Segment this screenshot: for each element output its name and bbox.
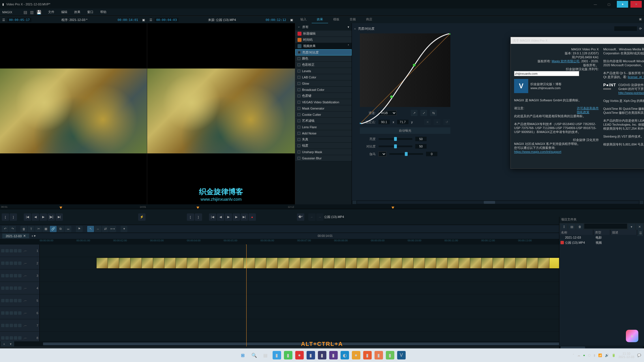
source-monitor[interactable]: 织金旋律博客 www.zhijinxuanlv.com [147,23,295,204]
tab-import[interactable]: 输入 [295,16,312,23]
link-tool[interactable]: 🔗 [50,226,57,232]
tray-icon-3[interactable]: ▮ [594,354,595,357]
menu-effect[interactable]: 效果 [74,10,80,14]
step-back-button[interactable]: ◀ [32,213,39,221]
media-item[interactable]: 公园 (13).MP4 视频 [559,240,644,245]
mark-out-button[interactable]: ] [10,213,17,221]
effect-item[interactable]: 亮度/对比度 [295,49,352,55]
track-body[interactable] [40,245,644,257]
mark-out-button[interactable]: ] [195,213,202,221]
add-track-button[interactable]: ＋ [1,341,7,346]
effect-item[interactable]: 时间码 [295,37,352,43]
contrast-value[interactable]: 50 [415,144,427,149]
menu-window[interactable]: 窗口 [87,10,93,14]
popout-icon[interactable]: ▣ [142,18,145,22]
track-mute-icon[interactable] [5,324,9,327]
taskbar-app-3[interactable]: ● [295,351,304,359]
goto-end-button[interactable]: ▶| [241,213,248,221]
goto-start-button[interactable]: |◀ [209,213,216,221]
minimize-button[interactable]: — [590,1,601,8]
effect-checkbox[interactable] [298,95,300,97]
track-header[interactable]: .─ 5 [0,294,40,307]
taskbar-app-5[interactable]: ▮ [318,351,326,359]
track-header[interactable]: .─ 1 [0,245,40,257]
track-header[interactable]: .─ 3 [0,269,40,282]
goto-end-button[interactable]: ▶| [55,213,63,221]
effect-item[interactable]: VEGAS Video Stabilization [295,99,352,105]
effect-checkbox[interactable] [298,157,300,160]
effect-checkbox[interactable] [298,88,300,91]
scroll-left-icon[interactable] [352,201,356,204]
point-del-icon[interactable]: ✕ [424,119,431,125]
menu-help[interactable]: 帮助 [100,10,106,14]
tray-notif-icon[interactable]: 💬 [637,354,641,357]
track-mute-icon[interactable] [5,336,9,340]
tab-audio[interactable]: 音频 [345,16,361,23]
source-timecode[interactable]: 00:00:04:03 [155,18,179,22]
track-vol-icon[interactable] [18,286,22,290]
ripple-tool[interactable]: ↔ [95,226,101,232]
effect-item[interactable]: Add Noise [295,130,352,136]
nav-fwd-icon[interactable]: → [316,213,324,221]
save-icon[interactable]: 💾 [37,10,41,14]
effect-item[interactable]: Gaussian Blur [295,155,352,161]
taskbar-app-9[interactable]: ▮ [363,351,372,359]
track-fx-icon[interactable] [14,286,17,290]
taskbar-app-10[interactable]: ▮ [375,351,383,359]
support-url[interactable]: https://www.magix.com/int/support [514,150,561,153]
track-fx-icon[interactable] [14,299,17,302]
start-button[interactable]: ⊞ [239,351,247,359]
point-reset-icon[interactable]: ↺ [443,119,450,125]
tab-effects[interactable]: 效果 [312,16,328,23]
menu-edit[interactable]: 编辑 [61,10,67,14]
track-eye-icon[interactable] [1,311,5,315]
effect-checkbox[interactable] [298,63,300,66]
mark-in-button[interactable]: [ [187,213,194,221]
program-playhead-marker[interactable] [59,207,62,209]
track-lock-icon[interactable] [10,336,13,340]
mark-in-button[interactable]: [ [2,213,9,221]
track-mute-icon[interactable] [5,274,9,277]
text-tool[interactable]: T [28,226,35,232]
mp-del-icon[interactable]: 🗑 [576,224,583,230]
effect-item[interactable]: 视频效果˄ [295,43,352,49]
expand-icon[interactable]: �ⱽ [297,213,304,221]
slip-tool[interactable]: ⇄ [102,226,109,232]
track-eye-icon[interactable] [1,324,5,327]
step-fwd-button[interactable]: ▶ [233,213,240,221]
about-dialog-titlebar[interactable]: 关于 MAGIX Video Pro X ✕ [511,37,644,44]
track-lock-icon[interactable] [10,274,13,277]
project-tab[interactable]: 2021-12-03 ✕ [2,234,29,238]
track-eye-icon[interactable] [1,274,5,277]
track-mute-icon[interactable] [5,262,9,265]
track-vol-icon[interactable] [18,324,22,327]
hamburger-icon[interactable]: ☰ [2,18,5,22]
taskbar-app-4[interactable]: ▮ [307,351,315,359]
effect-checkbox[interactable] [298,51,301,54]
back-icon[interactable]: ← [298,25,301,29]
effect-panel-scroll[interactable] [352,200,644,204]
program-monitor[interactable] [0,23,147,204]
auto-exposure-button[interactable]: 自动曝光 [360,127,450,134]
track-vol-icon[interactable] [18,262,22,265]
track-lock-icon[interactable] [10,324,13,327]
effect-keyframe-marker[interactable] [391,207,394,209]
brightness-value[interactable]: 50 [415,137,427,141]
project-tab-close-icon[interactable]: ✕ [23,234,26,238]
menu-file[interactable]: 文件 [48,10,54,14]
track-fx-icon[interactable] [14,262,17,265]
effect-checkbox[interactable] [298,144,300,147]
preset-dropdown[interactable] [614,26,637,31]
point-add-icon[interactable]: ＋ [434,119,440,125]
scroll-right-icon[interactable] [639,201,643,204]
track-header[interactable]: .─ 7 [0,319,40,331]
video-clip[interactable]: 公园 (13).MP4 亮度曲线 [96,258,638,269]
maximize-button[interactable]: ▢ [603,1,615,8]
nav-back-icon[interactable]: ← [308,213,316,221]
track-fx-icon[interactable] [14,274,17,277]
source-ruler[interactable]: 12:12 [147,204,295,209]
track-mute-icon[interactable] [5,249,9,252]
close-button[interactable]: ✕ [630,1,642,8]
cut-tool[interactable]: ✂ [35,226,42,232]
effect-checkbox[interactable] [298,82,300,85]
